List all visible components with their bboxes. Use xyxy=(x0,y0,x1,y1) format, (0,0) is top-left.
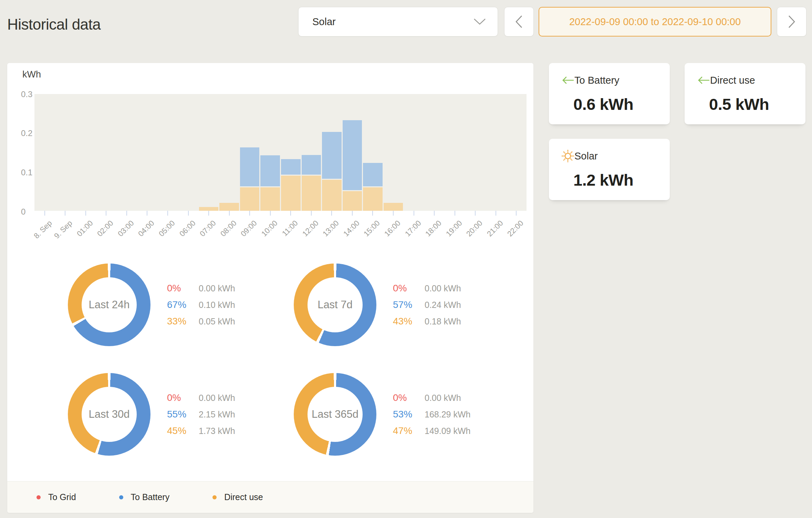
x-label: 01:00 xyxy=(75,219,95,238)
stat-direct-use: 45% 1.73 kWh xyxy=(167,425,235,436)
x-tick xyxy=(208,211,209,216)
bar-22:00[interactable] xyxy=(507,94,526,211)
bar-18:00[interactable] xyxy=(425,94,444,211)
bar-02:00[interactable] xyxy=(96,94,116,211)
x-tick xyxy=(85,211,86,216)
legend-direct-use[interactable]: Direct use xyxy=(212,492,263,502)
bar-08:00[interactable] xyxy=(219,94,239,211)
x-tick xyxy=(147,211,147,216)
donut-label: Last 30d xyxy=(89,408,130,421)
stat-to-battery: 55% 2.15 kWh xyxy=(167,409,235,420)
x-tick xyxy=(229,211,230,216)
x-label: 17:00 xyxy=(403,219,423,238)
x-label: 03:00 xyxy=(116,219,136,238)
donut-last-30d: Last 30d 0% 0.00 kWh 55% 2.15 kWh 45% 1.… xyxy=(68,373,294,456)
bar-8. Sep[interactable] xyxy=(35,94,55,211)
bar-11:00[interactable] xyxy=(281,94,301,211)
x-tick xyxy=(44,211,45,216)
bar-04:00[interactable] xyxy=(137,94,157,211)
chevron-left-icon xyxy=(515,15,523,28)
bar-12:00[interactable] xyxy=(302,94,321,211)
bar-16:00[interactable] xyxy=(384,94,403,211)
stat-to-grid: 0% 0.00 kWh xyxy=(167,392,235,403)
stat-direct-use: 33% 0.05 kWh xyxy=(167,316,235,327)
donut-chart[interactable]: Last 24h xyxy=(68,263,150,346)
donut-chart[interactable]: Last 7d xyxy=(294,263,376,346)
donut-last-365d: Last 365d 0% 0.00 kWh 53% 168.29 kWh 47%… xyxy=(294,373,520,456)
x-label: 16:00 xyxy=(383,219,402,238)
donut-label: Last 24h xyxy=(89,299,130,311)
page-title: Historical data xyxy=(7,16,101,33)
stat-to-battery: 53% 168.29 kWh xyxy=(393,409,470,420)
donut-last-7d: Last 7d 0% 0.00 kWh 57% 0.24 kWh 43% 0.1… xyxy=(294,263,520,346)
x-tick xyxy=(331,211,332,216)
date-range-label: 2022-09-09 00:00 to 2022-09-10 00:00 xyxy=(569,16,741,28)
x-label: 8. Sep xyxy=(32,219,54,240)
x-tick xyxy=(352,211,353,216)
stat-direct-use: 47% 149.09 kWh xyxy=(393,425,470,436)
donut-chart[interactable]: Last 30d xyxy=(68,373,150,456)
x-tick xyxy=(167,211,168,216)
solar-card: Solar 1.2 kWh xyxy=(549,139,670,200)
stat-to-grid: 0% 0.00 kWh xyxy=(393,392,470,403)
x-label: 9. Sep xyxy=(52,219,74,240)
legend-to-battery[interactable]: To Battery xyxy=(119,492,170,502)
bar-09:00[interactable] xyxy=(240,94,260,211)
x-label: 19:00 xyxy=(444,219,464,238)
x-tick xyxy=(516,211,517,216)
x-label: 14:00 xyxy=(342,219,361,238)
to-battery-card: To Battery 0.6 kWh xyxy=(549,63,670,124)
x-tick xyxy=(455,211,455,216)
bar-17:00[interactable] xyxy=(404,94,424,211)
next-date-button[interactable] xyxy=(777,7,806,37)
x-label: 09:00 xyxy=(239,219,259,238)
x-tick xyxy=(372,211,373,216)
donut-stats: 0% 0.00 kWh 53% 168.29 kWh 47% 149.09 kW… xyxy=(393,392,470,436)
card-title: Direct use xyxy=(710,75,755,86)
bar-20:00[interactable] xyxy=(466,94,485,211)
x-label: 21:00 xyxy=(485,219,505,238)
bar-21:00[interactable] xyxy=(486,94,506,211)
stat-to-battery: 67% 0.10 kWh xyxy=(167,299,235,310)
bar-19:00[interactable] xyxy=(445,94,465,211)
bar-06:00[interactable] xyxy=(178,94,198,211)
legend-to-grid[interactable]: To Grid xyxy=(37,492,76,502)
bar-chart: kWh 0 0.1 0.2 0.3 8. Sep9. Sep01:0002:00… xyxy=(7,63,533,249)
bar-9. Sep[interactable] xyxy=(55,94,75,211)
x-label: 02:00 xyxy=(95,219,115,238)
x-label: 05:00 xyxy=(157,219,177,238)
date-range-button[interactable]: 2022-09-09 00:00 to 2022-09-10 00:00 xyxy=(539,7,771,37)
prev-date-button[interactable] xyxy=(504,7,534,37)
arrow-left-icon xyxy=(561,74,574,87)
x-label: 11:00 xyxy=(280,219,300,238)
bar-13:00[interactable] xyxy=(322,94,342,211)
bar-01:00[interactable] xyxy=(76,94,96,211)
plot-area[interactable] xyxy=(34,94,527,211)
x-tick xyxy=(414,211,414,216)
bar-03:00[interactable] xyxy=(117,94,137,211)
stat-direct-use: 43% 0.18 kWh xyxy=(393,316,461,327)
donut-chart[interactable]: Last 365d xyxy=(294,373,376,456)
donut-stats: 0% 0.00 kWh 57% 0.24 kWh 43% 0.18 kWh xyxy=(393,283,461,327)
bar-05:00[interactable] xyxy=(158,94,178,211)
donut-label: Last 7d xyxy=(317,299,353,311)
x-tick xyxy=(126,211,127,216)
bar-15:00[interactable] xyxy=(363,94,383,211)
x-tick xyxy=(311,211,312,216)
x-label: 12:00 xyxy=(301,219,320,238)
metric-dropdown-value: Solar xyxy=(312,16,473,28)
bar-07:00[interactable] xyxy=(199,94,219,211)
card-title: To Battery xyxy=(574,75,620,86)
bar-14:00[interactable] xyxy=(343,94,362,211)
chevron-right-icon xyxy=(788,15,795,28)
x-tick xyxy=(249,211,250,216)
x-label: 18:00 xyxy=(424,219,443,238)
donut-grid: Last 24h 0% 0.00 kWh 67% 0.10 kWh 33% 0.… xyxy=(7,249,533,481)
metric-dropdown[interactable]: Solar xyxy=(298,7,498,37)
donut-label: Last 365d xyxy=(312,408,358,421)
y-axis-unit-label: kWh xyxy=(22,69,41,80)
chevron-down-icon xyxy=(473,18,486,25)
bar-10:00[interactable] xyxy=(260,94,280,211)
arrow-left-icon xyxy=(697,74,710,87)
x-label: 15:00 xyxy=(362,219,382,238)
